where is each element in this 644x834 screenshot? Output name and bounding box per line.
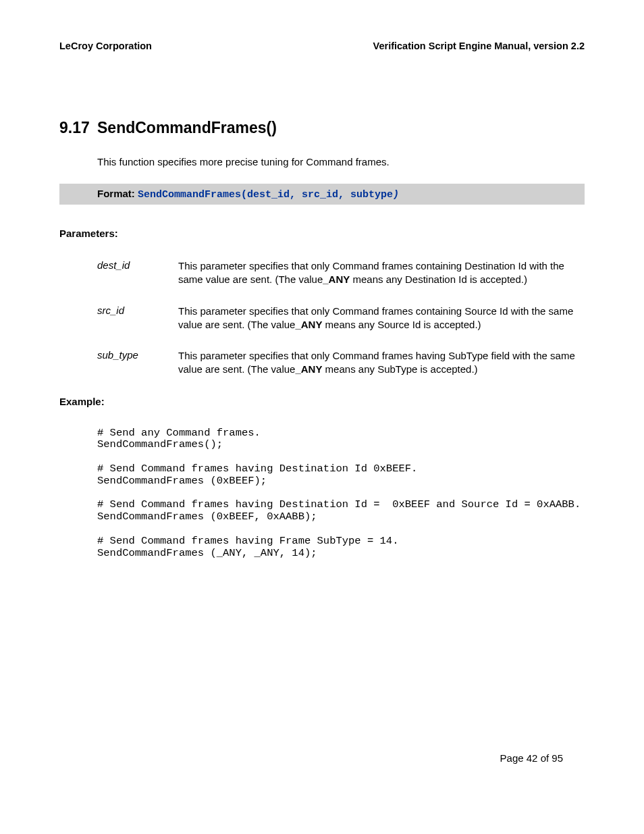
section-number: 9.17 — [59, 119, 97, 137]
code-example: # Send any Command frames. SendCommandFr… — [97, 427, 585, 560]
parameters-heading: Parameters: — [59, 228, 585, 239]
param-row: dest_id This parameter specifies that on… — [97, 259, 585, 287]
format-label: Format: — [97, 188, 138, 199]
intro-text: This function specifies more precise tun… — [97, 156, 585, 167]
param-desc: This parameter specifies that only Comma… — [178, 349, 585, 377]
param-name: dest_id — [97, 259, 178, 287]
page-header: LeCroy Corporation Verification Script E… — [59, 41, 585, 51]
param-row: src_id This parameter specifies that onl… — [97, 305, 585, 332]
section-name: SendCommandFrames() — [97, 119, 277, 136]
page-footer: Page 42 of 95 — [500, 752, 563, 764]
example-heading: Example: — [59, 396, 585, 407]
section-title: 9.17SendCommandFrames() — [59, 119, 585, 137]
document-page: LeCroy Corporation Verification Script E… — [0, 0, 644, 834]
header-right: Verification Script Engine Manual, versi… — [373, 41, 585, 51]
param-row: sub_type This parameter specifies that o… — [97, 349, 585, 377]
format-code: SendCommandFrames(dest_id, src_id, subty… — [138, 189, 399, 201]
header-left: LeCroy Corporation — [59, 41, 152, 51]
param-name: src_id — [97, 305, 178, 332]
param-desc: This parameter specifies that only Comma… — [178, 305, 585, 332]
param-desc: This parameter specifies that only Comma… — [178, 259, 585, 287]
parameter-list: dest_id This parameter specifies that on… — [97, 259, 585, 377]
param-name: sub_type — [97, 349, 178, 377]
format-bar: Format: SendCommandFrames(dest_id, src_i… — [59, 184, 585, 205]
